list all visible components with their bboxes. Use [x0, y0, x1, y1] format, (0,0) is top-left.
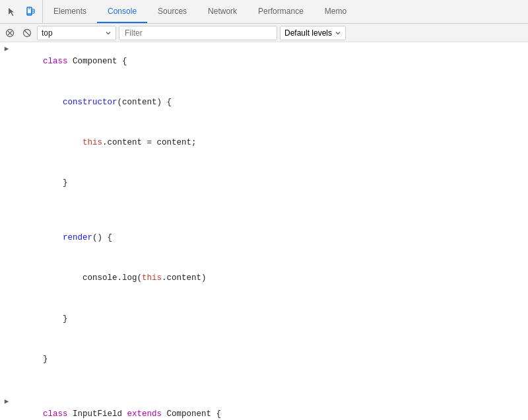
svg-line-9	[24, 30, 30, 36]
code-line-5	[0, 204, 528, 219]
code-content-7: console.log(this.content)	[13, 259, 528, 298]
chevron-down-icon	[335, 30, 341, 36]
code-line-2: constructor(content) {	[0, 83, 528, 123]
gutter-10	[0, 380, 13, 381]
expand-arrow-11[interactable]: ▶	[0, 395, 13, 407]
code-content-9: }	[13, 339, 528, 379]
code-line-3: this.content = content;	[0, 123, 528, 163]
gutter-5	[0, 204, 13, 205]
gutter-8	[0, 299, 13, 300]
gutter-3	[0, 123, 13, 124]
console-toolbar: top Default levels	[0, 24, 528, 42]
tab-memo[interactable]: Memo	[314, 0, 357, 23]
code-content-3: this.content = content;	[13, 123, 528, 162]
tab-elements[interactable]: Elements	[43, 0, 97, 23]
chevron-down-icon	[105, 30, 112, 36]
code-content-8: }	[13, 299, 528, 339]
block-icon[interactable]	[20, 26, 34, 40]
code-line-9: }	[0, 339, 528, 380]
svg-rect-1	[28, 8, 30, 9]
clear-console-icon[interactable]	[3, 26, 17, 40]
code-line-7: console.log(this.content)	[0, 259, 528, 299]
toolbar-icons	[0, 0, 43, 23]
code-content-5	[13, 204, 528, 218]
level-selector[interactable]: Default levels	[280, 26, 346, 40]
context-selector[interactable]: top	[37, 26, 116, 40]
cursor-icon[interactable]	[4, 4, 20, 20]
filter-input[interactable]	[119, 26, 277, 40]
console-output: ▶ class Component { constructor(content)…	[0, 42, 528, 420]
code-content-1: class Component {	[13, 42, 528, 82]
code-content-4: }	[13, 163, 528, 203]
code-line-4: }	[0, 163, 528, 203]
tab-network[interactable]: Network	[197, 0, 248, 23]
code-line-1: ▶ class Component {	[0, 42, 528, 83]
code-content-10	[13, 380, 528, 394]
level-value: Default levels	[284, 28, 332, 38]
expand-arrow-1[interactable]: ▶	[0, 42, 13, 55]
code-content-2: constructor(content) {	[13, 83, 528, 122]
code-line-6: render() {	[0, 219, 528, 259]
gutter-2	[0, 83, 13, 84]
tab-bar: Elements Console Sources Network Perform…	[43, 0, 528, 23]
context-value: top	[42, 28, 102, 38]
tab-console[interactable]: Console	[97, 0, 147, 23]
gutter-6	[0, 219, 13, 220]
gutter-7	[0, 259, 13, 260]
mobile-icon[interactable]	[22, 4, 38, 20]
gutter-4	[0, 163, 13, 164]
tab-sources[interactable]: Sources	[147, 0, 197, 23]
code-line-10	[0, 380, 528, 394]
code-line-11: ▶ class InputField extends Component {	[0, 395, 528, 420]
gutter-9	[0, 339, 13, 341]
code-line-8: }	[0, 299, 528, 339]
code-content-11: class InputField extends Component {	[13, 395, 528, 420]
tab-performance[interactable]: Performance	[248, 0, 314, 23]
code-content-6: render() {	[13, 219, 528, 258]
devtools-toolbar: Elements Console Sources Network Perform…	[0, 0, 528, 24]
